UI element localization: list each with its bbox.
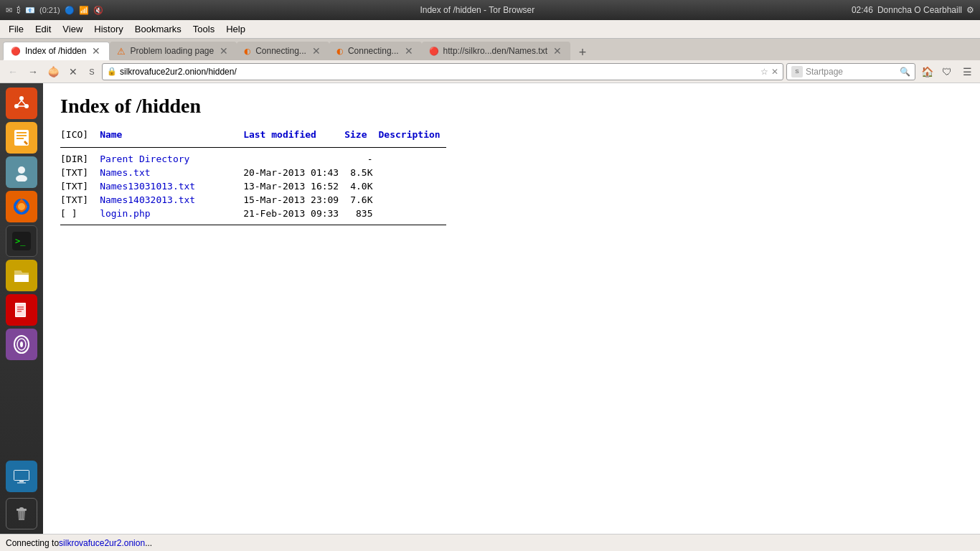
tab-close-names[interactable]: ✕ bbox=[552, 45, 563, 57]
tab-connecting-1[interactable]: ◐ Connecting... ✕ bbox=[237, 42, 329, 60]
status-suffix: ... bbox=[145, 538, 152, 548]
tab-close-problem[interactable]: ✕ bbox=[218, 45, 230, 57]
row-date-4: 21-Feb-2013 09:33 bbox=[243, 207, 344, 220]
menu-history[interactable]: History bbox=[88, 22, 128, 36]
row-name-0: Parent Directory bbox=[100, 152, 243, 166]
status-link: silkrovafuce2ur2.onion bbox=[59, 538, 145, 548]
row-ico-4: [ ] bbox=[60, 207, 100, 220]
browser-body: >_ Index of /hidden [ICO] Name Last modi… bbox=[0, 83, 980, 534]
search-bar[interactable]: S Startpage 🔍 bbox=[786, 63, 915, 80]
svg-point-9 bbox=[16, 175, 27, 182]
row-link-3[interactable]: Names14032013.txt bbox=[100, 194, 195, 205]
page-title: Index of /hidden bbox=[60, 95, 963, 118]
svg-rect-26 bbox=[17, 509, 27, 511]
menu-edit[interactable]: Edit bbox=[29, 22, 57, 36]
row-desc-1 bbox=[379, 166, 452, 179]
window-title: Index of /hidden - Tor Browser bbox=[103, 5, 852, 15]
svg-rect-24 bbox=[19, 481, 24, 482]
menu-bookmarks[interactable]: Bookmarks bbox=[129, 22, 187, 36]
col-name-link[interactable]: Name bbox=[100, 129, 122, 140]
sidebar-icon-notes[interactable] bbox=[6, 122, 37, 154]
tab-icon-loading-2: ◐ bbox=[336, 47, 344, 56]
row-date-2: 13-Mar-2013 16:52 bbox=[243, 179, 344, 193]
tab-close-active[interactable]: ✕ bbox=[90, 45, 102, 57]
forward-button[interactable]: → bbox=[24, 63, 42, 80]
bookmark-star-icon[interactable]: ☆ bbox=[760, 67, 768, 77]
search-submit-icon[interactable]: 🔍 bbox=[900, 67, 910, 77]
stop-reload-button[interactable]: ✕ bbox=[65, 63, 82, 80]
row-name-3: Names14032013.txt bbox=[100, 193, 243, 207]
status-bar: Connecting to silkrovafuce2ur2.onion ... bbox=[0, 534, 980, 551]
col-desc: Description bbox=[379, 129, 452, 143]
svg-rect-25 bbox=[17, 482, 26, 484]
clock: 02:46 bbox=[852, 5, 873, 15]
svg-rect-5 bbox=[17, 132, 27, 133]
svg-point-1 bbox=[19, 96, 24, 100]
sidebar-icon-files[interactable] bbox=[6, 260, 37, 291]
search-placeholder: Startpage bbox=[806, 67, 897, 77]
envelope-icon: ✉ bbox=[6, 6, 12, 15]
tor-button[interactable]: 🧅 bbox=[44, 63, 62, 80]
settings-button[interactable]: ☰ bbox=[958, 63, 976, 80]
row-desc-0 bbox=[379, 152, 452, 166]
row-link-4[interactable]: login.php bbox=[100, 208, 150, 219]
sidebar-icon-terminal[interactable]: >_ bbox=[6, 225, 37, 257]
sidebar-icon-ubuntu[interactable] bbox=[6, 88, 37, 119]
sidebar-icon-ebook[interactable] bbox=[6, 294, 37, 326]
col-date-link[interactable]: Last modified bbox=[243, 129, 316, 140]
tab-problem[interactable]: ⚠ Problem loading page ✕ bbox=[110, 42, 237, 60]
row-size-3: 7.6K bbox=[344, 193, 378, 207]
row-link-1[interactable]: Names.txt bbox=[100, 167, 150, 178]
row-ico-0: [DIR] bbox=[60, 152, 100, 166]
menu-view[interactable]: View bbox=[57, 22, 88, 36]
search-engine-icon: S bbox=[791, 66, 803, 77]
tab-names-txt[interactable]: 🔴 http://silkro...den/Names.txt ✕ bbox=[422, 42, 570, 60]
col-desc-link[interactable]: Description bbox=[379, 129, 440, 140]
sidebar-icon-trash[interactable] bbox=[6, 498, 37, 529]
table-row: [DIR] Parent Directory - bbox=[60, 152, 452, 166]
sidebar-icon-empathy[interactable] bbox=[6, 156, 37, 188]
bluetooth-icon: 🔵 bbox=[65, 6, 75, 15]
status-text: Connecting to bbox=[6, 538, 59, 548]
tab-close-connecting-1[interactable]: ✕ bbox=[311, 45, 322, 57]
row-date-3: 15-Mar-2013 23:09 bbox=[243, 193, 344, 207]
tab-close-connecting-2[interactable]: ✕ bbox=[403, 45, 415, 57]
system-tray-left: ✉ ₿ 📧 (0:21) 🔵 📶 🔇 bbox=[6, 6, 103, 15]
address-clear-icon[interactable]: ✕ bbox=[771, 67, 778, 77]
menu-file[interactable]: File bbox=[3, 22, 29, 36]
system-tray-right: 02:46 Donncha O Cearbhaill ⚙ bbox=[852, 5, 974, 15]
svg-point-11 bbox=[18, 203, 25, 210]
new-tab-button[interactable]: + bbox=[573, 44, 592, 60]
startpage-button[interactable]: S bbox=[85, 63, 99, 80]
row-ico-1: [TXT] bbox=[60, 166, 100, 179]
address-bar[interactable]: 🔒 silkrovafuce2ur2.onion/hidden/ ☆ ✕ bbox=[102, 63, 783, 80]
tab-connecting-2[interactable]: ◐ Connecting... ✕ bbox=[329, 42, 422, 60]
row-date-0 bbox=[243, 152, 344, 166]
tor-shield-button[interactable]: 🛡 bbox=[938, 63, 956, 80]
row-link-0[interactable]: Parent Directory bbox=[100, 154, 189, 164]
row-ico-2: [TXT] bbox=[60, 179, 100, 193]
col-size-link[interactable]: Size bbox=[344, 129, 367, 140]
svg-text:>_: >_ bbox=[15, 236, 26, 246]
tab-icon-active: 🔴 bbox=[11, 47, 21, 56]
menu-help[interactable]: Help bbox=[220, 22, 251, 36]
table-row: [ ] login.php 21-Feb-2013 09:33 835 bbox=[60, 207, 452, 220]
menu-tools[interactable]: Tools bbox=[187, 22, 220, 36]
mail-icon: 📧 bbox=[25, 6, 35, 15]
tab-label-names: http://silkro...den/Names.txt bbox=[443, 46, 547, 56]
back-button[interactable]: ← bbox=[4, 63, 22, 80]
tab-icon-warning: ⚠ bbox=[117, 46, 126, 57]
tab-label-connecting-2: Connecting... bbox=[348, 46, 399, 56]
svg-rect-15 bbox=[16, 303, 25, 316]
row-link-2[interactable]: Names13031013.txt bbox=[100, 181, 195, 192]
tab-index-hidden[interactable]: 🔴 Index of /hidden ✕ bbox=[3, 42, 110, 60]
sidebar-icon-rdp[interactable] bbox=[6, 461, 37, 492]
address-url: silkrovafuce2ur2.onion/hidden/ bbox=[120, 67, 758, 77]
sidebar-icon-tor[interactable] bbox=[6, 329, 37, 360]
table-row: [TXT] Names14032013.txt 15-Mar-2013 23:0… bbox=[60, 193, 452, 207]
row-date-1: 20-Mar-2013 01:43 bbox=[243, 166, 344, 179]
wifi-icon: 📶 bbox=[79, 6, 89, 15]
home-button[interactable]: 🏠 bbox=[918, 63, 936, 80]
sidebar-icon-firefox[interactable] bbox=[6, 191, 37, 222]
svg-rect-7 bbox=[17, 138, 24, 139]
